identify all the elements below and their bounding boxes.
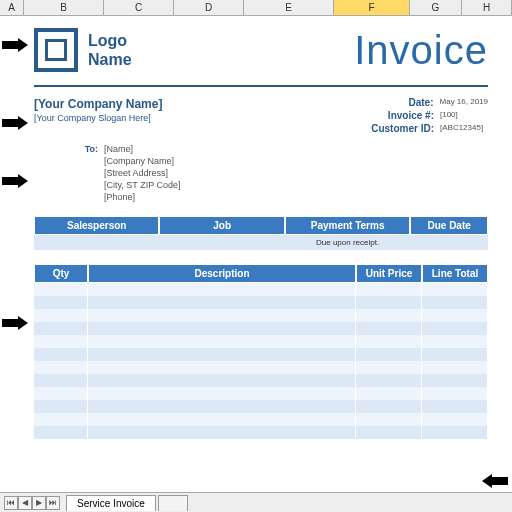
col-h[interactable]: H (462, 0, 512, 15)
sheet-tab-active[interactable]: Service Invoice (66, 495, 156, 511)
sheet-tab-bar: ⏮ ◀ ▶ ⏭ Service Invoice (0, 492, 512, 512)
to-label: To: (34, 144, 98, 154)
col-g[interactable]: G (410, 0, 462, 15)
col-f-selected[interactable]: F (334, 0, 410, 15)
customer-id-label: Customer ID: (371, 123, 434, 134)
terms-table-header: SalespersonJobPayment TermsDue Date (34, 216, 488, 235)
nav-next-icon[interactable]: ▶ (32, 496, 46, 510)
annotation-arrow-icon (2, 174, 32, 188)
invoice-num-value[interactable]: [100] (440, 110, 488, 121)
to-city[interactable]: [City, ST ZIP Code] (104, 180, 181, 190)
worksheet[interactable]: LogoName Invoice [Your Company Name] [Yo… (0, 16, 512, 439)
logo-text: LogoName (88, 31, 132, 69)
sheet-tab-new[interactable] (158, 495, 188, 511)
items-table-body[interactable] (34, 283, 488, 439)
col-e[interactable]: E (244, 0, 334, 15)
table-row (34, 335, 488, 348)
terms-table-row[interactable]: Due upon receipt. (34, 235, 488, 250)
annotation-arrow-icon (2, 38, 32, 52)
company-slogan[interactable]: [Your Company Slogan Here] (34, 113, 162, 123)
table-row (34, 400, 488, 413)
to-name[interactable]: [Name] (104, 144, 133, 154)
invoice-num-label: Invoice #: (388, 110, 434, 121)
items-table-header: QtyDescriptionUnit PriceLine Total (34, 264, 488, 283)
col-c[interactable]: C (104, 0, 174, 15)
nav-first-icon[interactable]: ⏮ (4, 496, 18, 510)
date-value[interactable]: May 16, 2019 (440, 97, 488, 108)
col-b[interactable]: B (24, 0, 104, 15)
table-row (34, 426, 488, 439)
company-name[interactable]: [Your Company Name] (34, 97, 162, 111)
customer-id-value[interactable]: [ABC12345] (440, 123, 488, 134)
table-row (34, 387, 488, 400)
invoice-title: Invoice (354, 28, 488, 73)
date-label: Date: (409, 97, 434, 108)
table-row (34, 283, 488, 296)
divider (34, 85, 488, 87)
to-phone[interactable]: [Phone] (104, 192, 135, 202)
table-row (34, 309, 488, 322)
table-row (34, 348, 488, 361)
col-d[interactable]: D (174, 0, 244, 15)
nav-last-icon[interactable]: ⏭ (46, 496, 60, 510)
table-row (34, 361, 488, 374)
to-company[interactable]: [Company Name] (104, 156, 174, 166)
to-street[interactable]: [Street Address] (104, 168, 168, 178)
annotation-arrow-icon (478, 474, 508, 488)
column-headers: A B C D E F G H (0, 0, 512, 16)
col-a[interactable]: A (0, 0, 24, 15)
logo-icon (34, 28, 78, 72)
table-row (34, 322, 488, 335)
table-row (34, 296, 488, 309)
annotation-arrow-icon (2, 116, 32, 130)
table-row (34, 413, 488, 426)
annotation-arrow-icon (2, 316, 32, 330)
nav-prev-icon[interactable]: ◀ (18, 496, 32, 510)
table-row (34, 374, 488, 387)
